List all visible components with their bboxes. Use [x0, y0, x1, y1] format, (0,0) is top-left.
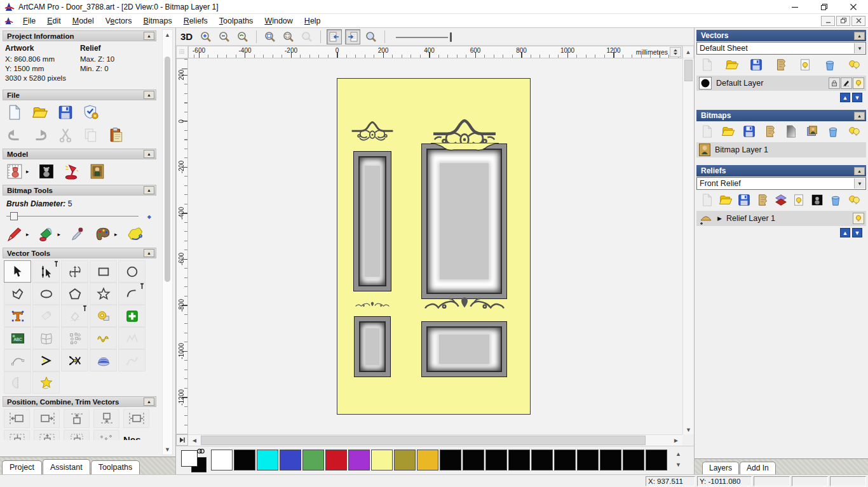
restore-button[interactable]	[810, 0, 839, 13]
brush-diameter-slider[interactable]: ◆	[6, 211, 153, 222]
fit-curve-tool[interactable]	[4, 349, 31, 371]
relief-stack-icon[interactable]	[774, 193, 788, 207]
vector-doctor-tool[interactable]	[32, 371, 60, 394]
save-model-icon[interactable]	[57, 104, 74, 121]
vector-layer-row[interactable]: Default Layer	[696, 76, 866, 91]
flyout-arrow-icon[interactable]: ▸	[58, 231, 61, 237]
dropdown-arrow-icon[interactable]: ▼	[854, 43, 865, 53]
lighting-icon[interactable]	[64, 163, 80, 180]
create-bridge-tool[interactable]	[90, 327, 117, 349]
create-ellipse-tool[interactable]	[32, 283, 60, 305]
toggle-3d-view-button[interactable]: 3D	[180, 31, 193, 42]
paint-icon[interactable]	[6, 226, 23, 243]
vector-heal-tool[interactable]	[118, 305, 146, 327]
text-block-tool[interactable]: ABC	[4, 327, 31, 349]
transform-vectors-tool[interactable]	[61, 260, 88, 283]
menu-item[interactable]: Bitmaps	[137, 15, 177, 27]
align-centre-tool[interactable]	[123, 409, 149, 428]
horizontal-scroll-thumb[interactable]	[201, 436, 646, 445]
minimize-button[interactable]	[780, 0, 810, 13]
zoom-out-button[interactable]	[217, 29, 232, 44]
menu-item[interactable]: Help	[299, 15, 327, 27]
centre-in-page-tool[interactable]	[4, 430, 30, 440]
colour-swatch[interactable]	[257, 450, 278, 470]
align-bottom-tool[interactable]	[93, 409, 119, 428]
menu-item[interactable]: File	[17, 15, 41, 27]
open-model-icon[interactable]	[32, 104, 48, 121]
create-polyline-tool[interactable]	[4, 283, 31, 305]
align-right-tool[interactable]	[34, 409, 60, 428]
toggle-all-reliefs-icon[interactable]	[847, 193, 861, 207]
colour-swatch[interactable]	[577, 450, 599, 470]
colour-swatch[interactable]	[554, 450, 576, 470]
trim-vectors-tool[interactable]	[61, 349, 88, 371]
tab-project[interactable]: Project	[2, 460, 42, 474]
model-wizard-icon[interactable]	[83, 104, 99, 121]
merge-layers-icon[interactable]	[774, 58, 788, 72]
collapse-vector-tools-button[interactable]: ▲	[144, 249, 154, 257]
colour-swatch[interactable]	[302, 450, 324, 470]
toggle-all-visibility-icon[interactable]	[847, 58, 861, 72]
magnify-cursor-button[interactable]	[363, 29, 379, 44]
colour-swatch[interactable]	[646, 450, 667, 470]
delete-bitmap-icon[interactable]	[826, 124, 840, 138]
tab-assistant[interactable]: Assistant	[43, 459, 90, 474]
scroll-left-icon[interactable]: ◄	[189, 435, 200, 446]
move-layer-up-button[interactable]: ▲	[840, 93, 850, 102]
dropdown-arrow-icon[interactable]: ▼	[854, 178, 865, 189]
palette-scroll-up-icon[interactable]: ▲	[673, 449, 684, 460]
tab-layers[interactable]: Layers	[702, 462, 739, 474]
colour-swatch[interactable]	[531, 450, 553, 470]
ruler-units-button[interactable]	[670, 47, 681, 57]
layer-colour-swatch[interactable]	[699, 77, 712, 90]
snap-to-grid-toggle[interactable]	[327, 29, 342, 44]
zoom-in-button[interactable]	[198, 29, 214, 44]
join-vectors-tool[interactable]	[32, 349, 60, 371]
colour-swatch[interactable]	[485, 450, 507, 470]
colour-swatch[interactable]	[280, 450, 301, 470]
flood-fill-icon[interactable]	[38, 226, 55, 243]
snap-to-objects-toggle[interactable]	[345, 29, 360, 44]
scroll-right-icon[interactable]: ►	[671, 435, 681, 446]
flyout-arrow-icon[interactable]: ▸	[114, 231, 118, 237]
zoom-window-button[interactable]	[262, 29, 278, 44]
bitmap-layer-row[interactable]: Bitmap Layer 1	[696, 142, 866, 157]
merge-bitmaps-icon[interactable]	[763, 124, 777, 138]
colour-swatch[interactable]	[371, 450, 393, 470]
pan-mode-button[interactable]	[176, 434, 188, 446]
primary-secondary-colour-indicator[interactable]	[180, 449, 210, 473]
nesting-label[interactable]: Nes	[123, 434, 141, 441]
layer-visibility-button[interactable]	[853, 77, 864, 89]
envelope-distortion-tool[interactable]	[32, 327, 60, 349]
primary-colour-swatch[interactable]	[181, 450, 198, 467]
node-editing-tool[interactable]	[32, 260, 60, 283]
slider-track[interactable]	[6, 216, 139, 217]
scroll-up-icon[interactable]: ▲	[163, 30, 172, 39]
collapse-project-information-button[interactable]: ▲	[144, 32, 154, 40]
colour-swatch[interactable]	[325, 450, 347, 470]
left-panel-scrollbar[interactable]: ▲ ▼	[162, 29, 173, 455]
collapse-position-button[interactable]: ▲	[144, 397, 154, 406]
relief-layer-row[interactable]: ▶ Relief Layer 1	[696, 211, 866, 226]
create-rectangle-tool[interactable]	[90, 260, 117, 283]
opacity-slider[interactable]	[396, 30, 454, 43]
centre-in-page-2-tool[interactable]	[34, 430, 60, 440]
menu-item[interactable]: Model	[67, 15, 100, 27]
colour-swatch[interactable]	[623, 450, 644, 470]
create-star-tool[interactable]	[90, 283, 117, 305]
close-button[interactable]	[839, 0, 868, 13]
paste-icon[interactable]	[108, 127, 125, 143]
undo-icon[interactable]	[6, 127, 23, 143]
collapse-file-button[interactable]: ▲	[144, 91, 154, 99]
expand-relief-layer-icon[interactable]: ▶	[717, 215, 722, 222]
set-model-size-icon[interactable]	[6, 163, 23, 180]
bitmap-layer-name[interactable]: Bitmap Layer 1	[715, 145, 768, 154]
zoom-fit-button[interactable]	[281, 29, 296, 44]
save-vector-layer-icon[interactable]	[749, 58, 763, 72]
collapse-reliefs-button[interactable]: ▲	[854, 167, 865, 175]
palette-scroll-down-icon[interactable]: ▼	[673, 460, 684, 470]
delete-layer-icon[interactable]	[823, 58, 837, 72]
open-vector-layer-icon[interactable]	[725, 58, 739, 72]
slider-handle[interactable]	[10, 212, 18, 220]
tab-add-in[interactable]: Add In	[740, 462, 776, 474]
